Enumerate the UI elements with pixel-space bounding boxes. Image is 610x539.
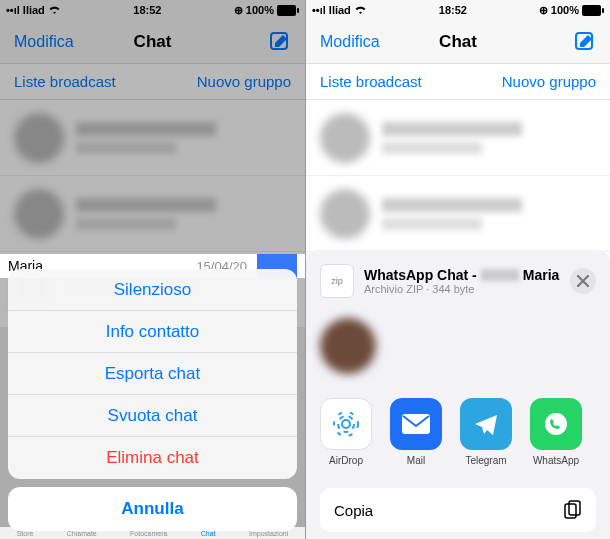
- battery-icon: [582, 5, 604, 16]
- svg-rect-9: [402, 414, 430, 434]
- subnav: Liste broadcast Nuovo gruppo: [306, 64, 610, 100]
- app-whatsapp[interactable]: WhatsApp: [530, 398, 582, 466]
- battery-label: 100%: [551, 4, 579, 16]
- action-sheet: Silenzioso Info contatto Esporta chat Sv…: [8, 269, 297, 531]
- telegram-icon: [460, 398, 512, 450]
- app-telegram[interactable]: Telegram: [460, 398, 512, 466]
- share-title: WhatsApp Chat - Maria: [364, 267, 559, 283]
- chat-row[interactable]: [306, 100, 610, 176]
- edit-button[interactable]: Modifica: [320, 33, 380, 51]
- copy-label: Copia: [334, 502, 373, 519]
- close-button[interactable]: [570, 268, 596, 294]
- svg-point-6: [342, 420, 350, 428]
- carrier-label: Iliad: [329, 4, 351, 16]
- orientation-lock-icon: ⊕: [539, 4, 548, 17]
- airdrop-icon: [320, 398, 372, 450]
- broadcast-link[interactable]: Liste broadcast: [320, 73, 422, 90]
- zip-icon: zip: [320, 264, 354, 298]
- blurred-name: [481, 269, 519, 281]
- app-row: AirDrop Mail Telegram WhatsApp: [320, 388, 596, 476]
- status-bar: ••ıl Iliad 18:52 ⊕ 100%: [306, 0, 610, 20]
- signal-icon: ••ıl: [312, 4, 326, 16]
- app-airdrop[interactable]: AirDrop: [320, 398, 372, 466]
- svg-rect-11: [565, 504, 576, 518]
- contact-avatar[interactable]: [320, 318, 376, 374]
- action-export[interactable]: Esporta chat: [8, 353, 297, 395]
- new-group-link[interactable]: Nuovo gruppo: [502, 73, 596, 90]
- svg-point-7: [338, 416, 354, 432]
- share-sheet: zip WhatsApp Chat - Maria Archivio ZIP ·…: [306, 250, 610, 539]
- page-title: Chat: [439, 32, 477, 52]
- copy-action[interactable]: Copia: [320, 488, 596, 532]
- cancel-button[interactable]: Annulla: [8, 487, 297, 531]
- contact-row: [320, 312, 596, 388]
- screen-left: ••ıl Iliad 18:52 ⊕ 100% Modifica Chat Li…: [0, 0, 305, 539]
- time-label: 18:52: [439, 4, 467, 16]
- svg-rect-12: [569, 501, 580, 515]
- action-silent[interactable]: Silenzioso: [8, 269, 297, 311]
- copy-icon: [564, 500, 582, 520]
- whatsapp-icon: [530, 398, 582, 450]
- compose-button[interactable]: [574, 31, 596, 53]
- app-mail[interactable]: Mail: [390, 398, 442, 466]
- mail-icon: [390, 398, 442, 450]
- wifi-icon: [354, 5, 367, 15]
- avatar: [320, 189, 370, 239]
- share-header: zip WhatsApp Chat - Maria Archivio ZIP ·…: [320, 264, 596, 298]
- svg-point-10: [545, 413, 567, 435]
- share-subtitle: Archivio ZIP · 344 byte: [364, 283, 559, 295]
- svg-rect-3: [582, 5, 601, 16]
- avatar: [320, 113, 370, 163]
- action-delete[interactable]: Elimina chat: [8, 437, 297, 479]
- action-info[interactable]: Info contatto: [8, 311, 297, 353]
- screen-right: ••ıl Iliad 18:52 ⊕ 100% Modifica Chat Li…: [305, 0, 610, 539]
- nav-bar: Modifica Chat: [306, 20, 610, 64]
- action-clear[interactable]: Svuota chat: [8, 395, 297, 437]
- svg-rect-4: [602, 8, 604, 13]
- chat-row[interactable]: [306, 176, 610, 252]
